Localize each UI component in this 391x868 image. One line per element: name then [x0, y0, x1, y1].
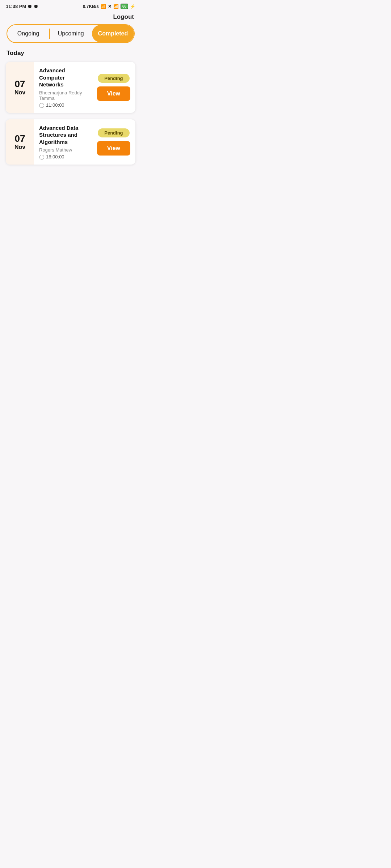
- battery-indicator: 66: [121, 4, 128, 9]
- bluetooth-icon: 📶: [101, 4, 106, 9]
- card-body-1: Advanced Computer Networks Bheemarjuna R…: [34, 62, 94, 113]
- card-month-2: Nov: [14, 144, 25, 150]
- clock-icon-2: ◯: [39, 154, 45, 159]
- time-display: 11:38 PM: [6, 4, 26, 9]
- card-day-1: 07: [15, 79, 25, 89]
- view-button-1[interactable]: View: [97, 86, 130, 101]
- clock-icon-1: ◯: [39, 102, 45, 108]
- card-instructor-1: Bheemarjuna Reddy Tamma: [39, 90, 91, 101]
- status-left: 11:38 PM ⏺ ⏺: [6, 4, 38, 9]
- tab-switcher: Ongoing Upcoming Completed: [7, 24, 135, 43]
- network-speed: 0.7KB/s: [83, 4, 99, 9]
- card-month-1: Nov: [14, 89, 25, 96]
- view-button-2[interactable]: View: [97, 141, 130, 156]
- sim2-icon: ⏺: [34, 4, 38, 9]
- status-right: 0.7KB/s 📶 ✕ 📶 66 ⚡: [83, 4, 135, 9]
- card-time-1: ◯ 11:00:00: [39, 102, 91, 108]
- card-title-1: Advanced Computer Networks: [39, 67, 91, 88]
- card-date-1: 07 Nov: [6, 62, 34, 113]
- card-time-2: ◯ 16:00:00: [39, 154, 91, 159]
- card-date-2: 07 Nov: [6, 119, 34, 165]
- charging-icon: ⚡: [130, 4, 135, 9]
- tab-ongoing[interactable]: Ongoing: [7, 25, 49, 42]
- logout-button[interactable]: Logout: [113, 13, 134, 21]
- status-bar: 11:38 PM ⏺ ⏺ 0.7KB/s 📶 ✕ 📶 66 ⚡: [0, 0, 141, 11]
- sim-icon: ⏺: [28, 4, 32, 9]
- card-time-value-2: 16:00:00: [46, 154, 64, 159]
- tab-completed[interactable]: Completed: [92, 25, 134, 42]
- tab-upcoming[interactable]: Upcoming: [50, 25, 92, 42]
- signal-icon: ✕: [108, 4, 112, 9]
- wifi-icon: 📶: [113, 4, 119, 9]
- card-actions-1: Pending View: [94, 62, 135, 113]
- app-header: Logout: [0, 11, 141, 24]
- status-badge-2: Pending: [98, 128, 129, 137]
- card-actions-2: Pending View: [94, 119, 135, 165]
- card-title-2: Advanced Data Structures and Algorithms: [39, 124, 91, 146]
- card-body-2: Advanced Data Structures and Algorithms …: [34, 119, 94, 165]
- card-time-value-1: 11:00:00: [46, 102, 64, 108]
- status-badge-1: Pending: [98, 74, 129, 83]
- card-instructor-2: Rogers Mathew: [39, 147, 91, 153]
- card-day-2: 07: [15, 133, 25, 144]
- course-card-1: 07 Nov Advanced Computer Networks Bheema…: [6, 62, 135, 113]
- course-card-2: 07 Nov Advanced Data Structures and Algo…: [6, 119, 135, 165]
- section-today: Today: [0, 50, 141, 62]
